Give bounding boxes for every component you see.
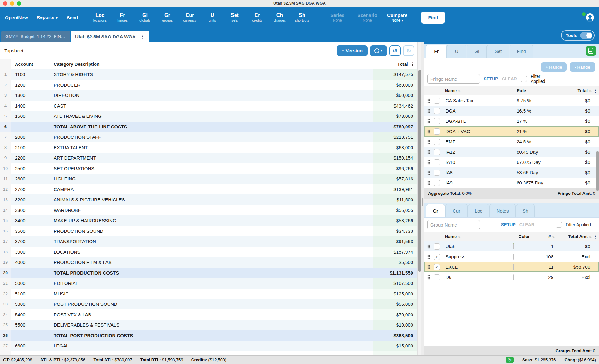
add-range-button[interactable]: + Range <box>541 62 567 72</box>
group-color-swatch[interactable] <box>513 243 514 249</box>
group-row-checkbox[interactable] <box>434 243 440 250</box>
account-cell[interactable]: 5400 <box>11 309 50 320</box>
table-row[interactable]: 173700TRANSPORTATION$91,563 <box>0 236 417 247</box>
total-cell[interactable]: $157,974 <box>373 247 417 257</box>
description-cell[interactable]: MAKE-UP & HAIRDRESSING <box>50 215 373 226</box>
description-cell[interactable]: LIGHTING <box>50 174 373 184</box>
description-cell[interactable]: ATL TRAVEL & LIVING <box>50 111 373 122</box>
fringe-scrollbar-thumb[interactable] <box>596 151 599 191</box>
group-row[interactable]: Utah1$0 <box>424 241 599 251</box>
table-row[interactable]: 41400CAST$434,462 <box>0 101 417 111</box>
total-column-header[interactable]: Total ⋮ <box>373 62 417 67</box>
description-cell[interactable]: ART DEPARTMENT <box>50 153 373 163</box>
total-cell[interactable]: $1,131,559 <box>373 268 417 278</box>
table-row[interactable]: 245400POST VFX & LAB$70,000 <box>0 309 417 320</box>
total-cell[interactable]: $63,000 <box>373 142 417 153</box>
tab-u[interactable]: U <box>447 45 466 58</box>
nav-tool-globals[interactable]: Glglobals <box>134 12 155 22</box>
table-row[interactable]: 122700CAMERA$139,981 <box>0 184 417 195</box>
fringe-row[interactable]: IA960.3675 Day$0 <box>424 178 599 188</box>
table-row[interactable]: 153400MAKE-UP & HAIRDRESSING$53,266 <box>0 215 417 226</box>
drag-handle-icon[interactable] <box>427 275 430 280</box>
minimize-window-button[interactable] <box>10 1 14 6</box>
close-window-button[interactable] <box>3 1 7 6</box>
fringe-rate-header[interactable]: Rate <box>517 88 563 93</box>
account-cell[interactable]: 4000 <box>11 257 50 268</box>
add-version-button[interactable]: + Version <box>337 46 368 56</box>
fringe-row-checkbox[interactable] <box>434 139 440 145</box>
find-button[interactable]: Find <box>421 12 445 24</box>
total-cell[interactable]: $213,751 <box>373 132 417 142</box>
description-cell[interactable]: DELIVERABLES & FESTIVALS <box>50 320 373 330</box>
refresh-icon[interactable]: ↻ <box>506 357 514 363</box>
tab-find[interactable]: Find <box>510 45 533 58</box>
table-row[interactable]: 133200ANIMALS & PICTURE VEHICLES$11,500 <box>0 194 417 205</box>
nav-tool-sets[interactable]: Setsets <box>224 12 245 22</box>
description-cell[interactable]: POST PRODUCTION SOUND <box>50 299 373 309</box>
account-cell[interactable] <box>11 330 50 341</box>
table-row[interactable]: 102500SET OPERATIONS$96,266 <box>0 163 417 174</box>
description-cell[interactable]: EDITORIAL <box>50 278 373 289</box>
fringe-row-checkbox[interactable] <box>434 170 440 176</box>
description-cell[interactable]: PRODUCTION SOUND <box>50 226 373 237</box>
group-row-checkbox[interactable]: ✓ <box>434 264 440 270</box>
fringe-setup-link[interactable]: SETUP <box>484 76 498 81</box>
account-cell[interactable]: 3300 <box>11 205 50 216</box>
nav-tool-units[interactable]: Uunits <box>202 12 222 22</box>
fringe-row[interactable]: IA853.66 Day$0 <box>424 167 599 178</box>
description-cell[interactable]: MUSIC <box>50 289 373 299</box>
description-cell[interactable]: ANIMALS & PICTURE VEHICLES <box>50 194 373 205</box>
drag-handle-icon[interactable] <box>427 244 430 249</box>
fringe-total-header[interactable]: Total⇅ <box>563 88 592 93</box>
tab-kebab-menu-icon[interactable]: ⋮ <box>140 34 145 39</box>
tools-toggle[interactable]: Tools <box>561 30 595 41</box>
table-row[interactable]: 21200PRODUCER$60,000 <box>0 80 417 90</box>
group-color-swatch[interactable] <box>513 254 514 260</box>
table-row[interactable]: 112600LIGHTING$57,816 <box>0 174 417 184</box>
menu-item-send[interactable]: Send <box>67 15 78 20</box>
fringe-name-header[interactable]: Name⇅ <box>445 88 517 93</box>
account-cell[interactable]: 6700 <box>11 351 50 356</box>
group-row[interactable]: ✓EXCL11$58,700 <box>424 262 599 272</box>
total-cell[interactable]: $368,500 <box>373 330 417 341</box>
total-cell[interactable]: $150,154 <box>373 153 417 163</box>
fringe-row-checkbox[interactable] <box>434 108 440 114</box>
drag-handle-icon[interactable] <box>427 129 430 134</box>
account-column-header[interactable]: Account <box>11 62 50 67</box>
drag-handle-icon[interactable] <box>427 160 430 165</box>
description-cell[interactable]: LEGAL <box>50 341 373 351</box>
description-cell[interactable]: CAMERA <box>50 184 373 195</box>
account-cell[interactable]: 1100 <box>11 69 50 80</box>
sort-icon[interactable]: ⇅ <box>589 235 592 239</box>
user-avatar-icon[interactable] <box>586 13 594 22</box>
description-cell[interactable]: PRODUCER <box>50 80 373 90</box>
drag-handle-icon[interactable] <box>427 150 430 154</box>
description-cell[interactable]: TOTAL PRODUCTION COSTS <box>50 268 373 278</box>
total-cell[interactable]: $34,733 <box>373 226 417 237</box>
table-row[interactable]: 183900LOCATIONS$157,974 <box>0 247 417 257</box>
fringe-row-checkbox[interactable] <box>434 149 440 155</box>
description-cell[interactable]: SET OPERATIONS <box>50 163 373 174</box>
description-cell[interactable]: EXTRA TALENT <box>50 142 373 153</box>
total-cell[interactable]: $57,816 <box>373 174 417 184</box>
tab-sh[interactable]: Sh <box>516 204 535 217</box>
group-row[interactable]: D629Excl <box>424 272 599 282</box>
description-cell[interactable]: POST VFX & LAB <box>50 309 373 320</box>
fringe-row-checkbox[interactable] <box>434 128 440 135</box>
total-cell[interactable]: $125,000 <box>373 289 417 299</box>
group-setup-link[interactable]: SETUP <box>501 222 516 227</box>
fringe-clear-link[interactable]: CLEAR <box>502 76 517 81</box>
table-row[interactable]: 72000PRODUCTION STAFF$213,751 <box>0 132 417 142</box>
group-row-checkbox[interactable] <box>434 274 440 280</box>
account-cell[interactable]: 3500 <box>11 226 50 237</box>
total-cell[interactable]: $53,266 <box>373 215 417 226</box>
total-cell[interactable]: $56,055 <box>373 205 417 216</box>
menu-item-reports[interactable]: Reports ▾ <box>37 15 58 20</box>
account-cell[interactable]: 1200 <box>11 80 50 90</box>
fringe-row[interactable]: IA1280.49 Day$0 <box>424 147 599 157</box>
account-cell[interactable]: 2600 <box>11 174 50 184</box>
total-cell[interactable]: $56,000 <box>373 299 417 309</box>
account-cell[interactable]: 3200 <box>11 194 50 205</box>
drag-handle-icon[interactable] <box>427 265 430 269</box>
document-tab-utah-active[interactable]: Utah $2.5M SAG DGA WGA ⋮ <box>71 31 149 42</box>
